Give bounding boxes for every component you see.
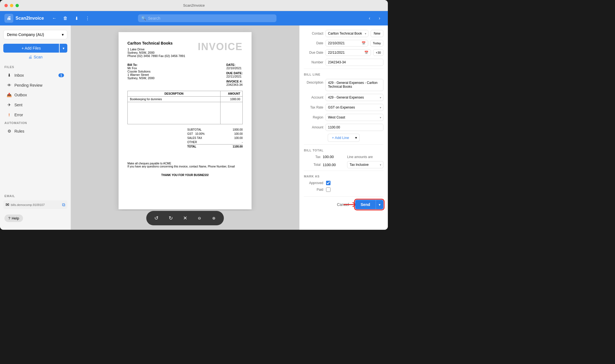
invoice-company-name: Carlton Technical Books xyxy=(127,41,185,45)
scan-icon: 🖨 xyxy=(28,55,32,59)
divider-2 xyxy=(304,144,383,145)
search-bar[interactable]: 🔍 Search xyxy=(138,14,276,22)
inbox-icon: ⬇ xyxy=(7,73,12,78)
maximize-dot[interactable] xyxy=(16,4,19,7)
due-date-row: Due Date 22/11/2021 📅 +30 xyxy=(304,49,383,56)
send-button[interactable]: Send xyxy=(355,200,376,209)
tax-rate-row: Tax Rate GST on Expenses xyxy=(304,104,383,111)
company-selector[interactable]: Demo Company (AU) ▾ xyxy=(3,30,67,39)
grand-total-label: Total xyxy=(304,163,321,167)
approved-checkbox[interactable] xyxy=(326,181,330,185)
footer-line2: If you have any questions concerning thi… xyxy=(127,165,243,168)
add-line-button[interactable]: + Add Line xyxy=(328,134,353,142)
invoice-address2: Sydney, NSW, 2000 xyxy=(127,51,185,54)
invoice-num-label: INVOICE #: xyxy=(226,80,242,83)
add-line-dropdown-button[interactable]: ▾ xyxy=(353,134,360,142)
paid-checkbox[interactable] xyxy=(326,187,330,192)
tax-inclusive-select[interactable]: Tax Inclusive xyxy=(347,161,383,168)
sidebar-item-label: Rules xyxy=(14,129,24,133)
tax-total-row: Tax 100.00 Line amounts are xyxy=(304,155,383,159)
total-value: 1100.00 xyxy=(233,145,243,148)
sidebar-item-label: Outbox xyxy=(14,93,27,97)
email-address-row: ✉ bills.democomp.9109107 ⧉ xyxy=(3,200,67,209)
email-section-label: EMAIL xyxy=(0,193,71,199)
rotate-left-button[interactable]: ↺ xyxy=(152,214,161,223)
help-button[interactable]: ? Help xyxy=(4,215,23,222)
bill-to-company: Coyote Solutions xyxy=(127,70,155,73)
sidebar-item-rules[interactable]: ⚙ Rules xyxy=(2,127,68,136)
line-amounts-label: Line amounts are xyxy=(347,155,383,159)
sidebar-item-inbox[interactable]: ⬇ Inbox 1 xyxy=(2,71,68,80)
sales-tax-label: SALES TAX xyxy=(187,136,202,140)
download-button[interactable]: ⬇ xyxy=(73,14,80,22)
zoom-in-button[interactable]: ⊕ xyxy=(209,214,218,223)
sidebar-item-label: Error xyxy=(14,113,23,117)
scan-link[interactable]: 🖨 Scan xyxy=(3,55,67,59)
amount-label: Amount xyxy=(304,125,323,129)
close-viewer-button[interactable]: ✕ xyxy=(181,214,189,223)
app-toolbar: 🖨 Scan2Invoice ← 🗑 ⬇ ⋮ 🔍 Search ‹ › xyxy=(0,11,388,25)
send-dropdown-button[interactable]: ▾ xyxy=(376,200,383,209)
account-select[interactable]: 429 - General Expenses xyxy=(326,94,383,101)
search-icon: 🔍 xyxy=(141,16,146,20)
date-input-wrap[interactable]: 22/10/2021 📅 xyxy=(326,40,368,47)
line-amount: 1000.00 xyxy=(221,97,243,102)
sent-icon: ✈ xyxy=(7,102,12,107)
contact-select[interactable]: Carlton Technical Book xyxy=(326,30,368,37)
bill-to-label: Bill To: xyxy=(127,63,137,66)
region-label: Region xyxy=(304,115,323,119)
close-dot[interactable] xyxy=(4,4,8,7)
add-files-dropdown-button[interactable]: ▾ xyxy=(60,44,67,53)
more-button[interactable]: ⋮ xyxy=(84,14,91,22)
outbox-icon: 📤 xyxy=(7,92,12,97)
footer-buttons: Cancel Send ▾ xyxy=(304,196,383,209)
company-name: Demo Company (AU) xyxy=(7,32,44,37)
date-label: DATE: xyxy=(226,63,235,66)
back-button[interactable]: ← xyxy=(50,14,58,22)
plus30-button[interactable]: +30 xyxy=(373,49,383,56)
add-files-button[interactable]: + Add Files xyxy=(3,44,59,53)
number-label: Number xyxy=(304,60,323,64)
new-contact-button[interactable]: New xyxy=(371,30,383,37)
copy-icon[interactable]: ⧉ xyxy=(62,202,65,207)
today-button[interactable]: Today xyxy=(370,40,383,47)
sales-tax-value: 100.00 xyxy=(234,136,243,140)
due-date-input-wrap[interactable]: 22/11/2021 📅 xyxy=(326,49,371,56)
amount-header: AMOUNT xyxy=(221,91,243,97)
delete-button[interactable]: 🗑 xyxy=(62,14,69,22)
sidebar-item-label: Sent xyxy=(14,103,22,107)
sidebar-item-error[interactable]: ! Error xyxy=(2,110,68,119)
bill-to-section: Bill To: Mr Fox Coyote Solutions 1 Warne… xyxy=(127,63,155,82)
scan-label: Scan xyxy=(34,55,43,59)
number-input[interactable] xyxy=(326,59,383,66)
sidebar-item-sent[interactable]: ✈ Sent xyxy=(2,100,68,110)
amount-input[interactable] xyxy=(326,124,383,131)
document-viewer: Carlton Technical Books 1 Lake Drive Syd… xyxy=(71,25,299,230)
region-select[interactable]: West Coast xyxy=(326,114,383,121)
footer-line1: Make all cheques payable to ACME xyxy=(127,162,243,165)
tax-rate-select[interactable]: GST on Expenses xyxy=(326,104,383,111)
document-scroll[interactable]: Carlton Technical Books 1 Lake Drive Syd… xyxy=(71,25,299,211)
invoice-num-value: 2342343-34 xyxy=(226,83,243,86)
sidebar-item-pending[interactable]: 👁 Pending Review xyxy=(2,81,68,90)
email-address: bills.democomp.9109107 xyxy=(11,203,45,206)
next-button[interactable]: › xyxy=(376,14,383,22)
description-value[interactable]: 429 - General Expenses - Carlton Technic… xyxy=(326,79,383,91)
description-row: Description 429 - General Expenses - Car… xyxy=(304,79,383,91)
grand-total-row: Total 1100.00 Tax Inclusive xyxy=(304,161,383,168)
sidebar-item-label: Inbox xyxy=(14,73,24,78)
rotate-right-button[interactable]: ↻ xyxy=(166,214,175,223)
sidebar-item-outbox[interactable]: 📤 Outbox xyxy=(2,90,68,100)
help-label: Help xyxy=(12,216,19,220)
tax-inclusive-select-wrap: Tax Inclusive xyxy=(347,161,383,168)
zoom-out-button[interactable]: ⊖ xyxy=(195,214,204,223)
pending-icon: 👁 xyxy=(7,83,12,87)
date-row: Date 22/10/2021 📅 Today xyxy=(304,40,383,47)
sidebar: Demo Company (AU) ▾ + Add Files ▾ 🖨 Scan… xyxy=(0,25,71,230)
prev-button[interactable]: ‹ xyxy=(366,14,373,22)
invoice-totals: SUBTOTAL 1000.00 GST 10.00% 100.00 SALES… xyxy=(187,128,243,149)
minimize-dot[interactable] xyxy=(10,4,13,7)
other-value: - xyxy=(242,141,243,144)
approved-row: Approved xyxy=(304,181,383,185)
invoice-footer: Make all cheques payable to ACME If you … xyxy=(127,162,243,177)
